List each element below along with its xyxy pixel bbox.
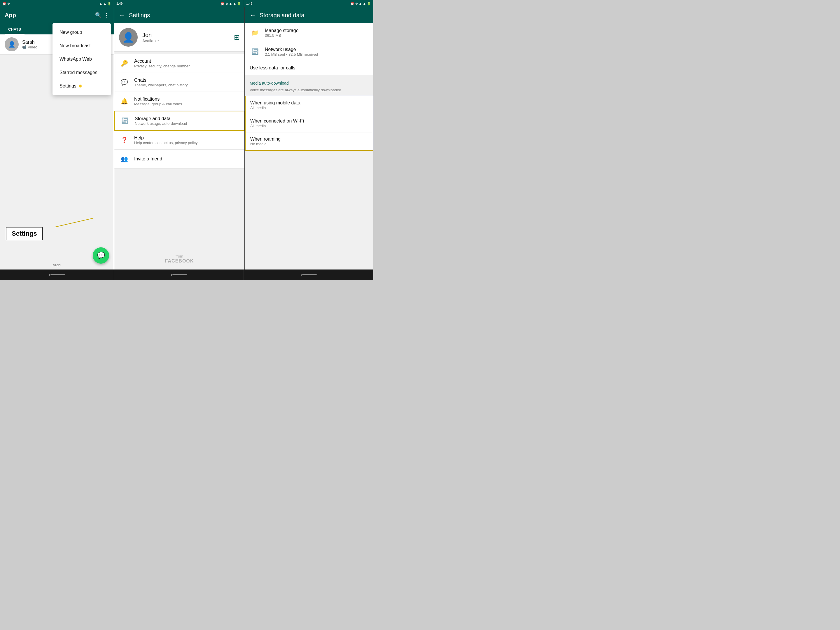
chatlist-header: App 🔍 ⋮ bbox=[0, 7, 114, 23]
menu-item-whatsapp-web[interactable]: WhatsApp Web bbox=[52, 52, 111, 66]
status-bar-panel1: ⏰ ⊖ ▲ ▲ 🔋 bbox=[0, 0, 114, 7]
storage-header: ← Storage and data bbox=[245, 7, 373, 23]
chats-subtitle: Theme, wallpapers, chat history bbox=[134, 83, 240, 87]
settings-item-storage[interactable]: 🔄 Storage and data Network usage, auto-d… bbox=[114, 111, 245, 131]
bottom-nav-panel1: ‹ bbox=[0, 270, 114, 280]
profile-status: Available bbox=[142, 38, 229, 43]
media-wifi-item[interactable]: When connected on Wi-Fi All media bbox=[246, 114, 373, 133]
bottom-nav-panel3: ‹ bbox=[243, 270, 373, 280]
help-icon: ❓ bbox=[119, 135, 129, 145]
facebook-footer: from FACEBOOK bbox=[114, 248, 245, 270]
back-button-settings[interactable]: ← bbox=[119, 11, 125, 19]
panel-chatlist: App 🔍 ⋮ CHATS 👤 Sarah 📹 Video bbox=[0, 7, 114, 270]
roaming-subtitle: No media bbox=[250, 142, 368, 146]
status-time-p3: 1:49 bbox=[246, 2, 252, 5]
fab-new-chat[interactable]: 💬 bbox=[93, 247, 109, 264]
tab-chats[interactable]: CHATS bbox=[5, 25, 25, 35]
notifications-subtitle: Message, group & call tones bbox=[134, 102, 240, 106]
menu-item-settings[interactable]: Settings bbox=[52, 79, 111, 93]
profile-section[interactable]: 👤 Jon Available ⊞ bbox=[114, 23, 245, 52]
settings-item-notifications[interactable]: 🔔 Notifications Message, group & call to… bbox=[114, 92, 245, 111]
avatar-sarah: 👤 bbox=[5, 37, 19, 51]
back-nav-p3[interactable]: ‹ bbox=[300, 272, 302, 277]
manage-storage-title: Manage storage bbox=[265, 28, 369, 33]
settings-item-chats[interactable]: 💬 Chats Theme, wallpapers, chat history bbox=[114, 73, 245, 92]
storage-icon: 🔄 bbox=[120, 115, 130, 126]
mobile-data-subtitle: All media bbox=[250, 106, 368, 110]
main-panels: App 🔍 ⋮ CHATS 👤 Sarah 📹 Video bbox=[0, 7, 373, 270]
menu-item-new-group[interactable]: New group bbox=[52, 26, 111, 39]
menu-item-starred[interactable]: Starred messages bbox=[52, 66, 111, 79]
account-subtitle: Privacy, security, change number bbox=[134, 64, 240, 68]
manage-storage-item[interactable]: 📁 Manage storage 361.5 MB bbox=[245, 23, 373, 42]
media-download-section: When using mobile data All media When co… bbox=[245, 96, 373, 151]
manage-storage-subtitle: 361.5 MB bbox=[265, 33, 369, 38]
settings-header: ← Settings bbox=[114, 7, 245, 23]
qr-icon[interactable]: ⊞ bbox=[234, 33, 240, 41]
help-subtitle: Help center, contact us, privacy policy bbox=[134, 141, 240, 145]
menu-item-new-broadcast[interactable]: New broadcast bbox=[52, 39, 111, 52]
settings-title: Settings bbox=[129, 12, 150, 19]
wifi-subtitle: All media bbox=[250, 124, 368, 128]
help-title: Help bbox=[134, 135, 240, 141]
back-button-storage[interactable]: ← bbox=[249, 11, 256, 19]
svg-line-0 bbox=[55, 218, 93, 227]
media-auto-download-description: Voice messages are always automatically … bbox=[245, 87, 373, 96]
bell-icon: 🔔 bbox=[119, 96, 129, 106]
storage-subtitle: Network usage, auto-download bbox=[135, 122, 239, 126]
nav-indicator-p3 bbox=[302, 274, 317, 275]
use-less-data-title: Use less data for calls bbox=[249, 65, 369, 71]
status-icons-p3: ⏰ ⊖ ▲ ▲ 🔋 bbox=[350, 2, 371, 6]
settings-arrow bbox=[47, 215, 99, 230]
panel-storage: ← Storage and data 📁 Manage storage 361.… bbox=[245, 7, 373, 270]
search-icon[interactable]: 🔍 bbox=[95, 12, 101, 18]
footer-brand: FACEBOOK bbox=[120, 258, 238, 264]
settings-callout: Settings bbox=[6, 227, 43, 240]
mobile-data-title: When using mobile data bbox=[250, 100, 368, 106]
dropdown-menu: New group New broadcast WhatsApp Web Sta… bbox=[52, 23, 111, 95]
chats-title: Chats bbox=[134, 77, 240, 83]
storage-title: Storage and data bbox=[260, 12, 304, 19]
notifications-title: Notifications bbox=[134, 96, 240, 102]
roaming-title: When roaming bbox=[250, 136, 368, 142]
wifi-title: When connected on Wi-Fi bbox=[250, 118, 368, 124]
network-usage-title: Network usage bbox=[265, 47, 369, 52]
settings-item-account[interactable]: 🔑 Account Privacy, security, change numb… bbox=[114, 54, 245, 73]
bottom-navs: ‹ ‹ ‹ bbox=[0, 270, 373, 280]
status-bar-panel3: 1:49 ⏰ ⊖ ▲ ▲ 🔋 bbox=[243, 0, 373, 7]
video-icon: 📹 bbox=[22, 45, 27, 49]
status-bars: ⏰ ⊖ ▲ ▲ 🔋 1:49 ⏰ ⊖ ▲ ▲ 🔋 1:49 ⏰ ⊖ ▲ ▲ 🔋 bbox=[0, 0, 373, 7]
status-icons-left: ⏰ ⊖ bbox=[2, 2, 10, 6]
back-nav-p1[interactable]: ‹ bbox=[49, 272, 50, 277]
chat-icon: 💬 bbox=[119, 77, 129, 87]
nav-indicator-p1 bbox=[51, 274, 65, 275]
invite-icon: 👥 bbox=[119, 154, 129, 164]
panel-settings: ← Settings 👤 Jon Available ⊞ 🔑 Account P… bbox=[114, 7, 245, 270]
back-nav-p2[interactable]: ‹ bbox=[171, 272, 172, 277]
nav-indicator-p2 bbox=[172, 274, 187, 275]
settings-item-invite[interactable]: 👥 Invite a friend bbox=[114, 150, 245, 169]
storage-title: Storage and data bbox=[135, 116, 239, 122]
network-usage-item[interactable]: 🔄 Network usage 2.1 MB sent • 32.5 MB re… bbox=[245, 42, 373, 61]
profile-name: Jon bbox=[142, 32, 229, 38]
account-title: Account bbox=[134, 58, 240, 64]
key-icon: 🔑 bbox=[119, 58, 129, 68]
network-icon: 🔄 bbox=[249, 46, 260, 57]
network-usage-subtitle: 2.1 MB sent • 32.5 MB received bbox=[265, 52, 369, 57]
media-roaming-item[interactable]: When roaming No media bbox=[246, 133, 373, 150]
media-mobile-data-item[interactable]: When using mobile data All media bbox=[246, 96, 373, 114]
use-less-data-item[interactable]: Use less data for calls bbox=[245, 61, 373, 75]
media-auto-download-label: Media auto-download bbox=[245, 77, 373, 87]
fab-icon: 💬 bbox=[97, 252, 105, 259]
bottom-nav-panel2: ‹ bbox=[114, 270, 243, 280]
profile-avatar: 👤 bbox=[119, 28, 138, 47]
status-icons-p2: ⏰ ⊖ ▲ ▲ 🔋 bbox=[221, 2, 241, 6]
app-title: App bbox=[5, 12, 16, 19]
more-icon[interactable]: ⋮ bbox=[104, 12, 109, 18]
status-bar-panel2: 1:49 ⏰ ⊖ ▲ ▲ 🔋 bbox=[114, 0, 243, 7]
storage-section: 📁 Manage storage 361.5 MB 🔄 Network usag… bbox=[245, 23, 373, 75]
footer-from: from bbox=[120, 254, 238, 258]
status-time-p2: 1:49 bbox=[116, 2, 123, 5]
settings-item-help[interactable]: ❓ Help Help center, contact us, privacy … bbox=[114, 131, 245, 150]
invite-title: Invite a friend bbox=[134, 156, 240, 162]
